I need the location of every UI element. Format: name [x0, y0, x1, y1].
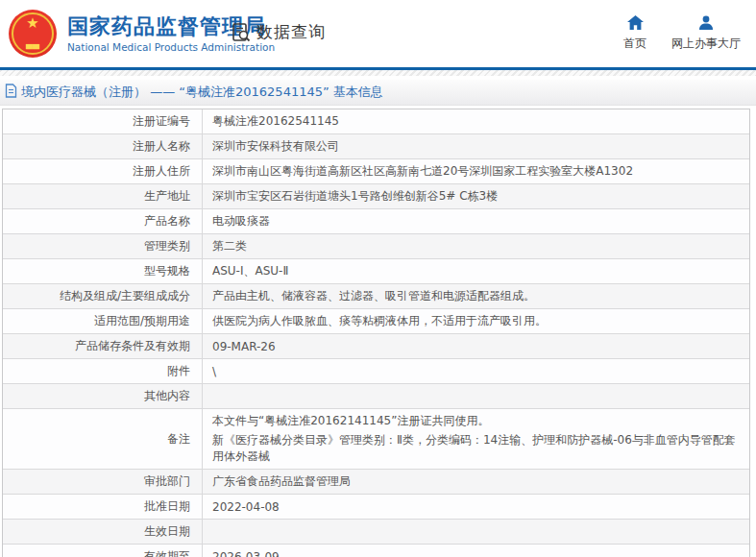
data-query-label: 数据查询: [256, 21, 326, 43]
table-row: 生产地址深圳市宝安区石岩街道塘头1号路创维创新谷5# C栋3楼: [3, 184, 749, 209]
row-label: 其他内容: [3, 384, 203, 408]
row-label: 注册人住所: [3, 159, 203, 183]
row-label: 管理类别: [3, 234, 203, 258]
row-label: 注册证编号: [3, 109, 203, 133]
table-row: 有效期至2026-03-09: [3, 545, 749, 557]
page-title: 境内医疗器械（注册） —— “粤械注准20162541145” 基本信息: [21, 84, 383, 101]
table-row: 审批部门广东省食品药品监督管理局: [3, 470, 749, 495]
row-label: 产品名称: [3, 209, 203, 233]
row-label: 型号规格: [3, 259, 203, 283]
row-value-line: 新《医疗器械分类目录》管理类别：Ⅱ类，分类编码：14注输、护理和防护器械-06与…: [212, 432, 740, 465]
row-label: 附件: [3, 359, 203, 383]
row-label: 有效期至: [3, 545, 203, 557]
row-label: 产品储存条件及有效期: [3, 334, 203, 358]
row-value: 深圳市安保科技有限公司: [203, 134, 749, 158]
row-value: 产品由主机、储液容器、过滤器、吸引管道和电源适配器组成。: [203, 284, 749, 308]
home-icon: [627, 15, 644, 30]
national-emblem-logo: ★ ▄▄: [9, 10, 57, 58]
nav-home-label: 首页: [623, 36, 646, 52]
row-value: 深圳市南山区粤海街道高新区社区高新南七道20号深圳国家工程实验室大楼A1302: [203, 159, 749, 183]
table-row: 注册证编号粤械注准20162541145: [3, 109, 749, 134]
header-nav: 首页 网上办事大厅: [623, 15, 741, 52]
row-value: 粤械注准20162541145: [203, 109, 749, 133]
row-value: 供医院为病人作吸脓血、痰等粘稠液体用，不适用于流产吸引用。: [203, 309, 749, 333]
row-value: 电动吸痰器: [203, 209, 749, 233]
row-label: 审批部门: [3, 470, 203, 494]
breadcrumb: 境内医疗器械（注册） —— “粤械注准20162541145” 基本信息: [0, 80, 756, 106]
emblem-gate-icon: ▄▄: [20, 39, 45, 49]
table-row: 附件\: [3, 359, 749, 384]
table-row: 其他内容: [3, 384, 749, 409]
hatch-strip: [0, 70, 756, 76]
table-row: 批准日期2022-04-08: [3, 495, 749, 520]
row-label: 生效日期: [3, 520, 203, 544]
row-value: 2026-03-09: [203, 545, 749, 557]
data-query-section[interactable]: 数据查询: [231, 21, 326, 43]
data-query-icon: [231, 22, 252, 43]
emblem-star-icon: ★: [9, 16, 57, 31]
row-value: [203, 384, 749, 408]
row-label: 适用范围/预期用途: [3, 309, 203, 333]
row-value: ASU-Ⅰ、ASU-Ⅱ: [203, 259, 749, 283]
row-value: 09-MAR-26: [203, 334, 749, 358]
site-header: ★ ▄▄ 国家药品监督管理局 National Medical Products…: [0, 0, 756, 67]
row-value: 广东省食品药品监督管理局: [203, 470, 749, 494]
table-row: 管理类别第二类: [3, 234, 749, 259]
row-value: 第二类: [203, 234, 749, 258]
table-row: 产品储存条件及有效期09-MAR-26: [3, 334, 749, 359]
row-label: 备注: [3, 409, 203, 469]
user-icon: [698, 15, 714, 30]
row-label: 注册人名称: [3, 134, 203, 158]
row-label: 生产地址: [3, 184, 203, 208]
nav-home[interactable]: 首页: [623, 15, 646, 52]
table-row: 注册人住所深圳市南山区粤海街道高新区社区高新南七道20号深圳国家工程实验室大楼A…: [3, 159, 749, 184]
row-value: 本文件与“粤械注准20162141145”注册证共同使用。新《医疗器械分类目录》…: [203, 409, 749, 469]
row-value: 深圳市宝安区石岩街道塘头1号路创维创新谷5# C栋3楼: [203, 184, 749, 208]
row-value-line: 本文件与“粤械注准20162141145”注册证共同使用。: [212, 413, 489, 429]
row-value: 2022-04-08: [203, 495, 749, 519]
table-row: 产品名称电动吸痰器: [3, 209, 749, 234]
table-row: 生效日期: [3, 520, 749, 545]
table-row: 适用范围/预期用途供医院为病人作吸脓血、痰等粘稠液体用，不适用于流产吸引用。: [3, 309, 749, 334]
row-label: 批准日期: [3, 495, 203, 519]
table-row: 结构及组成/主要组成成分产品由主机、储液容器、过滤器、吸引管道和电源适配器组成。: [3, 284, 749, 309]
row-label: 结构及组成/主要组成成分: [3, 284, 203, 308]
nav-service-hall[interactable]: 网上办事大厅: [671, 15, 741, 52]
row-value: [203, 520, 749, 544]
table-row: 注册人名称深圳市安保科技有限公司: [3, 134, 749, 159]
document-icon: [5, 84, 17, 102]
row-value: \: [203, 359, 749, 383]
info-table: 注册证编号粤械注准20162541145注册人名称深圳市安保科技有限公司注册人住…: [2, 109, 750, 557]
table-row: 备注本文件与“粤械注准20162141145”注册证共同使用。新《医疗器械分类目…: [3, 409, 749, 470]
nav-service-hall-label: 网上办事大厅: [671, 36, 741, 52]
table-row: 型号规格ASU-Ⅰ、ASU-Ⅱ: [3, 259, 749, 284]
